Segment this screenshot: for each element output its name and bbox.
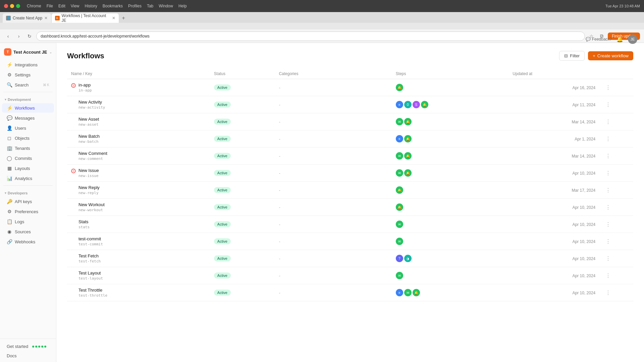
sidebar-item-tenants[interactable]: 🏢 Tenants xyxy=(2,143,54,153)
row-menu-button[interactable]: ⋮ xyxy=(603,289,613,296)
row-menu-button[interactable]: ⋮ xyxy=(603,238,613,245)
menu-profiles[interactable]: Profiles xyxy=(128,4,142,8)
table-row[interactable]: Test Throttle test-throttle Active-≡✉🔔Ap… xyxy=(67,284,633,301)
table-row[interactable]: New Reply new-reply Active-🔔Mar 17, 2024… xyxy=(67,182,633,199)
row-menu-button[interactable]: ⋮ xyxy=(603,187,613,194)
menu-file[interactable]: File xyxy=(47,4,53,8)
webhooks-icon: 🔗 xyxy=(7,239,12,244)
row-menu-button[interactable]: ⋮ xyxy=(603,170,613,177)
steps-icons: 🔔 xyxy=(396,84,504,91)
sidebar-item-help[interactable]: Help xyxy=(2,361,54,362)
table-row[interactable]: ! New Issue new-issue Active-✉🔔Apr 10, 2… xyxy=(67,165,633,182)
menu-tab[interactable]: Tab xyxy=(147,4,153,8)
status-badge: Active xyxy=(214,102,231,108)
table-row[interactable]: test-commit test-commit Active-✉Apr 10, … xyxy=(67,233,633,250)
tab-label-1: Create Next App xyxy=(13,16,42,20)
menu-view[interactable]: View xyxy=(71,4,79,8)
tab-close-2[interactable]: ✕ xyxy=(112,16,115,20)
account-selector[interactable]: T Test Account JE ⌄ xyxy=(0,46,56,60)
menu-history[interactable]: History xyxy=(85,4,97,8)
updated-date: Mar 14, 2024 xyxy=(572,154,596,159)
sidebar-item-webhooks[interactable]: 🔗 Webhooks xyxy=(2,237,54,246)
category-value: - xyxy=(279,171,280,176)
step-icon: 🔔 xyxy=(396,203,403,211)
sidebar-item-logs[interactable]: 📋 Logs xyxy=(2,217,54,226)
sidebar-item-commits[interactable]: ◯ Commits xyxy=(2,154,54,163)
close-button[interactable] xyxy=(4,4,8,8)
table-row[interactable]: Test Fetch test-fetch Active-?◑Apr 10, 2… xyxy=(67,250,633,267)
tab-create-next-app[interactable]: 🌐 Create Next App ✕ xyxy=(3,13,51,23)
address-bar-row: ‹ › ↻ dashboard.knock.app/test-account-j… xyxy=(0,29,644,43)
sidebar-item-integrations[interactable]: ⚡ Integrations xyxy=(2,60,54,69)
sidebar-item-messages[interactable]: 💬 Messages xyxy=(2,113,54,123)
sidebar-label-logs: Logs xyxy=(15,219,24,224)
workflow-name: Test Throttle xyxy=(78,288,107,293)
sidebar-item-analytics[interactable]: 📊 Analytics xyxy=(2,174,54,183)
integrations-icon: ⚡ xyxy=(7,62,12,67)
sidebar-item-workflows[interactable]: ⚡ Workflows xyxy=(2,103,54,113)
workflow-names: New Activity new-activity xyxy=(78,100,105,110)
sidebar-item-get-started[interactable]: Get started xyxy=(2,342,54,351)
sidebar-item-api-keys[interactable]: 🔑 API keys xyxy=(2,197,54,206)
tab-label-2: Workflows | Test Account JE xyxy=(62,13,110,23)
workflow-name-cell: test-commit test-commit xyxy=(71,236,206,246)
row-menu-button[interactable]: ⋮ xyxy=(603,84,613,91)
table-row[interactable]: New Activity new-activity Active-≡0S🔔Apr… xyxy=(67,96,633,113)
table-row[interactable]: Test Layout test-layout Active-✉Apr 10, … xyxy=(67,267,633,284)
tab-close-1[interactable]: ✕ xyxy=(44,16,48,20)
api-keys-icon: 🔑 xyxy=(7,199,12,204)
table-row[interactable]: New Comment new-comment Active-✉🔔Mar 14,… xyxy=(67,147,633,165)
table-row[interactable]: New Asset new-asset Active-✉🔔Mar 14, 202… xyxy=(67,113,633,130)
user-avatar[interactable]: JE xyxy=(628,43,637,44)
refresh-button[interactable]: ↻ xyxy=(25,32,34,40)
sidebar-item-users[interactable]: 👤 Users xyxy=(2,123,54,133)
table-header-row: Name / Key Status Categories Steps Updat… xyxy=(67,69,633,79)
row-menu-button[interactable]: ⋮ xyxy=(603,118,613,125)
workflow-indicator xyxy=(71,288,76,288)
tab-workflows[interactable]: K Workflows | Test Account JE ✕ xyxy=(52,13,119,23)
table-row[interactable]: New Batch new-batch Active-≡🔔Apr 1, 2024… xyxy=(67,130,633,147)
table-row[interactable]: Stats stats Active-✉Apr 10, 2024⋮ xyxy=(67,216,633,233)
step-icon: ? xyxy=(396,255,403,262)
new-tab-button[interactable]: + xyxy=(119,14,127,22)
sidebar-item-preferences[interactable]: ⚙ Preferences xyxy=(2,207,54,216)
sidebar-item-search[interactable]: 🔍 Search ⌘ K xyxy=(2,80,54,89)
table-row[interactable]: New Workout new-workout Active-🔔Apr 10, … xyxy=(67,199,633,216)
filter-button[interactable]: ⊟ Filter xyxy=(559,51,585,61)
workflow-name-cell: New Asset new-asset xyxy=(71,117,206,127)
workflow-name: in-app xyxy=(78,82,92,87)
category-value: - xyxy=(279,188,280,193)
sidebar-item-settings[interactable]: ⚙ Settings xyxy=(2,70,54,79)
workflow-names: New Comment new-comment xyxy=(78,151,107,161)
row-menu-button[interactable]: ⋮ xyxy=(603,101,613,108)
sidebar-label-api-keys: API keys xyxy=(15,199,32,204)
section-development-label: Development xyxy=(8,98,31,102)
row-menu-button[interactable]: ⋮ xyxy=(603,272,613,279)
table-row[interactable]: ! in-app in-app Active-🔔Apr 16, 2024⋮ xyxy=(67,79,633,96)
row-menu-button[interactable]: ⋮ xyxy=(603,221,613,228)
menu-window[interactable]: Window xyxy=(159,4,173,8)
section-developers[interactable]: ▾ Developers xyxy=(0,188,56,196)
minimize-button[interactable] xyxy=(10,4,14,8)
sidebar-item-sources[interactable]: ◉ Sources xyxy=(2,227,54,236)
create-workflow-button[interactable]: + Create workflow xyxy=(588,51,633,60)
menu-edit[interactable]: Edit xyxy=(58,4,65,8)
back-button[interactable]: ‹ xyxy=(4,32,12,40)
section-development[interactable]: ▾ Development xyxy=(0,94,56,103)
row-menu-button[interactable]: ⋮ xyxy=(603,204,613,211)
row-menu-button[interactable]: ⋮ xyxy=(603,135,613,142)
menu-chrome[interactable]: Chrome xyxy=(27,4,41,8)
sidebar-item-docs[interactable]: Docs xyxy=(2,351,54,360)
menu-bookmarks[interactable]: Bookmarks xyxy=(103,4,123,8)
workflow-name-cell: Test Layout test-layout xyxy=(71,270,206,281)
sidebar-item-objects[interactable]: ◻ Objects xyxy=(2,133,54,143)
maximize-button[interactable] xyxy=(16,4,20,8)
row-menu-button[interactable]: ⋮ xyxy=(603,153,613,160)
forward-button[interactable]: › xyxy=(15,32,23,40)
address-input[interactable]: dashboard.knock.app/test-account-je/deve… xyxy=(36,32,585,41)
status-badge: Active xyxy=(214,187,231,193)
row-menu-button[interactable]: ⋮ xyxy=(603,255,613,262)
menu-help[interactable]: Help xyxy=(178,4,187,8)
updated-date: Apr 11, 2024 xyxy=(573,103,596,107)
sidebar-item-layouts[interactable]: ▦ Layouts xyxy=(2,164,54,173)
